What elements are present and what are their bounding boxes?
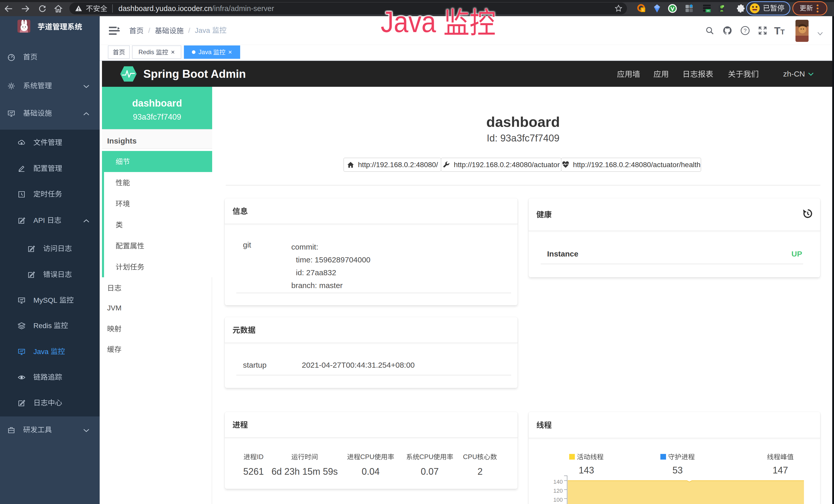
svg-text:on: on <box>707 9 709 12</box>
svg-text:?: ? <box>744 27 746 33</box>
svg-text:1: 1 <box>642 8 644 12</box>
